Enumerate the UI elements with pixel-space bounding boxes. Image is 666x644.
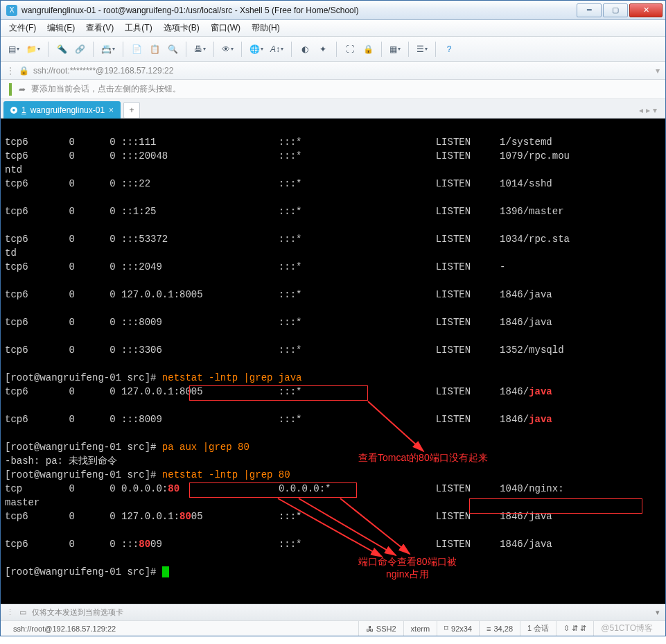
- tab-close-icon[interactable]: ×: [109, 105, 114, 115]
- open-folder-icon[interactable]: 📁▾: [24, 41, 42, 58]
- annotation-text: 查看Tomcat的80端口没有起来: [358, 451, 488, 464]
- font-icon[interactable]: A↕▾: [268, 41, 286, 58]
- tab-list-icon[interactable]: ▾: [653, 105, 657, 115]
- arrow-icon[interactable]: ➦: [19, 85, 26, 94]
- annotation-arrows: [1, 119, 665, 604]
- annotation-box: [189, 482, 357, 498]
- toolbar-separator: [186, 42, 186, 57]
- watermark: @51CTO博客: [593, 621, 660, 636]
- svg-line-3: [340, 498, 410, 554]
- toolbar-separator: [435, 42, 436, 57]
- toolbar-separator: [213, 42, 214, 57]
- status-protocol: 🖧 SSH2: [358, 621, 403, 636]
- menu-tools[interactable]: 工具(T): [125, 22, 152, 34]
- toolbar-separator: [336, 42, 337, 57]
- fullscreen-icon[interactable]: ⛶: [342, 41, 358, 58]
- send-mode-label: 仅将文本发送到当前选项卡: [32, 607, 123, 618]
- menu-tabs[interactable]: 选项卡(B): [164, 22, 200, 34]
- status-sessions: 1 会话: [520, 621, 556, 636]
- tab-index: 1: [21, 105, 26, 115]
- lock-icon: 🔒: [19, 66, 29, 76]
- new-tab-button[interactable]: +: [123, 102, 140, 119]
- new-session-icon[interactable]: ▤▾: [6, 41, 21, 58]
- tab-active[interactable]: ● 1 wangruifenglinux-01 ×: [3, 101, 121, 119]
- address-text[interactable]: ssh://root:********@192.168.57.129:22: [33, 66, 651, 76]
- find-icon[interactable]: 🔍: [165, 41, 180, 58]
- tab-scroll-right-icon[interactable]: ▸: [646, 105, 650, 115]
- copy-icon[interactable]: 📄: [129, 41, 144, 58]
- svg-line-2: [299, 498, 396, 555]
- toolbar-separator: [291, 42, 292, 57]
- globe-icon[interactable]: 🌐▾: [247, 41, 265, 58]
- toolbar-separator: [48, 42, 49, 57]
- toolbar-separator: [408, 42, 409, 57]
- lock-icon[interactable]: 🔒: [360, 41, 376, 58]
- status-rowcol: ≡ 34,28: [479, 621, 520, 636]
- status-connection: ssh://root@192.168.57.129:22: [6, 621, 123, 636]
- view-icon[interactable]: 👁▾: [220, 41, 236, 58]
- annotation-box: [469, 498, 642, 514]
- grip-icon: ⋮: [6, 608, 14, 617]
- window-title: wangruifenglinux-01 - root@wangruifeng-0…: [21, 6, 575, 15]
- highlight-icon[interactable]: ✦: [315, 41, 331, 58]
- close-button[interactable]: ✕: [629, 3, 663, 17]
- annotation-text: 端口命令查看80端口被nginx占用: [358, 555, 457, 580]
- menu-edit[interactable]: 编辑(E): [47, 22, 75, 34]
- minimize-button[interactable]: ━: [577, 3, 602, 17]
- menu-window[interactable]: 窗口(W): [211, 22, 240, 34]
- info-text: 要添加当前会话，点击左侧的箭头按钮。: [31, 83, 181, 95]
- tab-status-icon: ●: [10, 107, 17, 114]
- toolbar: ▤▾ 📁▾ 🔦 🔗 📇▾ 📄 📋 🔍 🖶▾ 👁▾ 🌐▾ A↕▾ ◐ ✦ ⛶ 🔒 …: [1, 37, 665, 62]
- toolbar-separator: [93, 42, 94, 57]
- annotation-box: [189, 385, 368, 401]
- maximize-button[interactable]: ▢: [603, 3, 628, 17]
- address-bar: ⋮ 🔒 ssh://root:********@192.168.57.129:2…: [1, 62, 665, 80]
- tab-scroll: ◂ ▸ ▾: [639, 105, 663, 115]
- send-menu-icon[interactable]: ▾: [656, 608, 660, 617]
- send-bar: ⋮ ▭ 仅将文本发送到当前选项卡 ▾: [1, 604, 665, 620]
- info-bar: ➦ 要添加当前会话，点击左侧的箭头按钮。: [1, 80, 665, 99]
- menu-view[interactable]: 查看(V): [86, 22, 114, 34]
- info-accent: [9, 83, 12, 96]
- app-icon: X: [6, 5, 17, 16]
- properties-icon[interactable]: 📇▾: [99, 41, 117, 58]
- menu-bar: 文件(F) 编辑(E) 查看(V) 工具(T) 选项卡(B) 窗口(W) 帮助(…: [1, 20, 665, 37]
- help-icon[interactable]: ?: [441, 41, 457, 58]
- toolbar-separator: [381, 42, 382, 57]
- address-dropdown-icon[interactable]: ▾: [656, 66, 660, 76]
- address-grip-icon: ⋮: [6, 66, 15, 76]
- terminal-output[interactable]: tcp6 0 0 :::111 :::* LISTEN 1/systemd tc…: [1, 119, 665, 604]
- tab-scroll-left-icon[interactable]: ◂: [639, 105, 643, 115]
- reconnect-icon[interactable]: 🔦: [54, 41, 69, 58]
- toolbar-separator: [241, 42, 242, 57]
- menu-file[interactable]: 文件(F): [9, 22, 36, 34]
- status-term: xterm: [403, 621, 437, 636]
- paste-icon[interactable]: 📋: [147, 41, 162, 58]
- app-window: X wangruifenglinux-01 - root@wangruifeng…: [0, 0, 666, 636]
- disconnect-icon[interactable]: 🔗: [72, 41, 87, 58]
- toolbar-separator: [123, 42, 123, 57]
- send-mode-icon[interactable]: ▭: [19, 608, 26, 617]
- tab-bar: ● 1 wangruifenglinux-01 × + ◂ ▸ ▾: [1, 99, 665, 119]
- menu-help[interactable]: 帮助(H): [252, 22, 280, 34]
- title-bar[interactable]: X wangruifenglinux-01 - root@wangruifeng…: [1, 1, 665, 20]
- status-bar: ssh://root@192.168.57.129:22 🖧 SSH2 xter…: [1, 620, 665, 636]
- tile-icon[interactable]: ▦▾: [387, 41, 403, 58]
- color-scheme-icon[interactable]: ◐: [297, 41, 313, 58]
- window-controls: ━ ▢ ✕: [575, 3, 663, 17]
- tab-label: wangruifenglinux-01: [30, 105, 105, 115]
- options-icon[interactable]: ☰▾: [414, 41, 430, 58]
- svg-line-0: [368, 401, 423, 451]
- status-caps: ⇳ ⇵ ⇵: [556, 621, 593, 636]
- print-icon[interactable]: 🖶▾: [192, 41, 208, 58]
- svg-line-1: [278, 498, 382, 557]
- status-size: ⌑ 92x34: [437, 621, 479, 636]
